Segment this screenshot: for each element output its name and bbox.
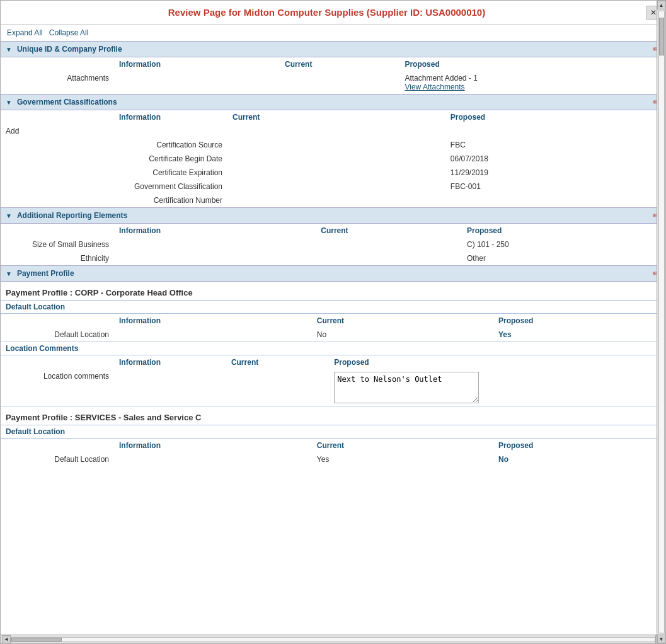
gov-class-cert-expiry-row: Certificate Expiration 11/29/2019 (1, 166, 665, 180)
additional-reporting-section-content: Information Current Proposed Size of Sma… (1, 224, 665, 265)
unique-id-table: Information Current Proposed Attachments… (1, 57, 665, 94)
vertical-scrollbar: ▲ ▼ (657, 1, 665, 643)
horizontal-scrollbar: ◄ ► (1, 635, 665, 643)
gov-class-section-title: ▼ Government Classifications (6, 98, 117, 106)
corp-dl-proposed-header: Proposed (493, 314, 665, 328)
corp-lc-proposed: Next to Nelson's Outlet (329, 369, 665, 406)
additional-reporting-table: Information Current Proposed Size of Sma… (1, 224, 665, 265)
corp-location-comments-bar: Location Comments (1, 342, 665, 355)
additional-proposed-header: Proposed (462, 224, 665, 238)
horizontal-scroll-thumb[interactable] (11, 638, 62, 641)
ethnicity-label: Ethnicity (1, 251, 114, 265)
services-dl-current-header: Current (312, 439, 455, 452)
cert-expiry-label: Certificate Expiration (114, 166, 227, 180)
services-default-location-bar: Default Location (1, 425, 665, 439)
services-dl-current: Yes (312, 452, 455, 466)
scroll-left-button[interactable]: ◄ (2, 635, 11, 644)
expand-all-link[interactable]: Expand All (7, 28, 43, 37)
chevron-icon: ▼ (6, 212, 12, 219)
corp-dl-current: No (312, 328, 455, 342)
content-area: ▼ Unique ID & Company Profile ✏ Informat… (1, 41, 665, 635)
unique-id-section-content: Information Current Proposed Attachments… (1, 57, 665, 94)
additional-reporting-section-header[interactable]: ▼ Additional Reporting Elements ✏ (1, 207, 665, 224)
corp-default-location-bar: Default Location (1, 300, 665, 314)
corp-lc-current-header: Current (226, 355, 307, 369)
chevron-icon: ▼ (6, 46, 12, 53)
corp-lc-label: Location comments (1, 369, 114, 406)
cert-source-value: FBC (445, 138, 665, 152)
services-dl-value-row: Default Location Yes No (1, 452, 665, 466)
corp-dl-current-header: Current (312, 314, 455, 328)
ethnicity-value: Other (462, 251, 665, 265)
gov-class-cert-source-row: Certification Source FBC (1, 138, 665, 152)
services-default-location-table: Information Current Proposed Default Loc… (1, 439, 665, 466)
scroll-up-button[interactable]: ▲ (657, 1, 666, 9)
cert-number-value (445, 193, 665, 207)
additional-reporting-header-row: Information Current Proposed (1, 224, 665, 238)
corp-default-location-table: Information Current Proposed Default Loc… (1, 314, 665, 342)
view-attachments-link[interactable]: View Attachments (405, 83, 660, 91)
gov-class-section-content: Information Current Proposed Add Certifi… (1, 110, 665, 207)
ethnicity-row: Ethnicity Other (1, 251, 665, 265)
gov-class-current-header: Current (227, 110, 399, 124)
gov-class-label: Government Classification (114, 180, 227, 193)
small-business-row: Size of Small Business C) 101 - 250 (1, 238, 665, 251)
small-business-label: Size of Small Business (1, 238, 114, 251)
unique-id-information-header: Information (114, 57, 280, 71)
unique-id-proposed-header: Proposed (399, 57, 665, 71)
attachments-row: Attachments Attachment Added - 1 View At… (1, 71, 665, 94)
services-profile-title: Payment Profile : SERVICES - Sales and S… (1, 406, 665, 425)
scroll-down-button[interactable]: ▼ (657, 635, 666, 643)
gov-class-section-header[interactable]: ▼ Government Classifications ✏ (1, 94, 665, 110)
corp-profile-title: Payment Profile : CORP - Corporate Head … (1, 282, 665, 300)
unique-id-section-title: ▼ Unique ID & Company Profile (6, 45, 122, 54)
payment-profile-section-header[interactable]: ▼ Payment Profile ✏ (1, 265, 665, 282)
chevron-icon: ▼ (6, 270, 12, 277)
corp-lc-proposed-header: Proposed (329, 355, 665, 369)
corp-location-comments-table: Information Current Proposed Location co… (1, 355, 665, 406)
services-dl-proposed-header: Proposed (493, 439, 665, 452)
location-comments-textarea[interactable]: Next to Nelson's Outlet (334, 372, 479, 403)
gov-class-value: FBC-001 (445, 180, 665, 193)
vertical-scroll-thumb[interactable] (659, 18, 664, 55)
corp-dl-label: Default Location (1, 328, 114, 342)
cert-begin-label: Certificate Begin Date (114, 152, 227, 166)
chevron-icon: ▼ (6, 99, 12, 106)
collapse-all-link[interactable]: Collapse All (49, 28, 89, 37)
unique-id-header-row: Information Current Proposed (1, 57, 665, 71)
corp-dl-proposed: Yes (493, 328, 665, 342)
corp-lc-value-row: Location comments Next to Nelson's Outle… (1, 369, 665, 406)
page-title: Review Page for Midton Computer Supplies… (7, 7, 646, 18)
vertical-scroll-track[interactable] (658, 11, 665, 633)
additional-info-header: Information (114, 224, 316, 238)
corp-dl-value-row: Default Location No Yes (1, 328, 665, 342)
gov-class-proposed-header: Proposed (445, 110, 665, 124)
cert-source-label: Certification Source (114, 138, 227, 152)
cert-expiry-value: 11/29/2019 (445, 166, 665, 180)
additional-reporting-section-title: ▼ Additional Reporting Elements (6, 211, 127, 220)
unique-id-current-header: Current (280, 57, 399, 71)
gov-class-header-row: Information Current Proposed (1, 110, 665, 124)
title-bar: Review Page for Midton Computer Supplies… (1, 1, 665, 25)
gov-class-cert-number-row: Certification Number (1, 193, 665, 207)
cert-begin-value: 06/07/2018 (445, 152, 665, 166)
corp-dl-header-row: Information Current Proposed (1, 314, 665, 328)
attachment-count: Attachment Added - 1 (405, 74, 660, 83)
unique-id-section-header[interactable]: ▼ Unique ID & Company Profile ✏ (1, 41, 665, 57)
gov-class-add-row: Add (1, 124, 665, 138)
services-dl-info-header: Information (114, 439, 312, 452)
corp-dl-info-header: Information (114, 314, 312, 328)
corp-lc-header-row: Information Current Proposed (1, 355, 665, 369)
gov-class-table: Information Current Proposed Add Certifi… (1, 110, 665, 207)
attachments-label: Attachments (1, 71, 114, 94)
payment-profile-section-title: ▼ Payment Profile (6, 269, 74, 278)
additional-current-header: Current (316, 224, 462, 238)
gov-class-info-header: Information (114, 110, 227, 124)
services-dl-proposed: No (493, 452, 665, 466)
toolbar: Expand All Collapse All (1, 25, 665, 41)
horizontal-scroll-track[interactable] (11, 637, 655, 642)
page-wrapper: Review Page for Midton Computer Supplies… (0, 0, 666, 644)
gov-class-cert-begin-row: Certificate Begin Date 06/07/2018 (1, 152, 665, 166)
services-dl-label: Default Location (1, 452, 114, 466)
corp-lc-info-header: Information (114, 355, 226, 369)
